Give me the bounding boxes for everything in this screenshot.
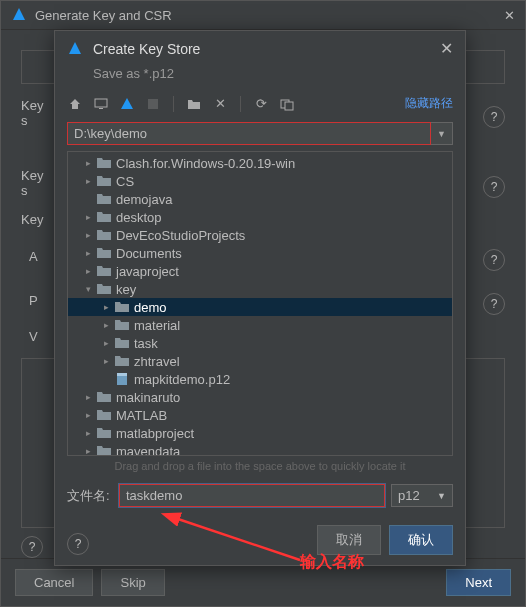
tree-file[interactable]: mapkitdemo.p12 — [68, 370, 452, 388]
tree-folder[interactable]: ▸DevEcoStudioProjects — [68, 226, 452, 244]
extension-dropdown[interactable]: p12 ▼ — [391, 484, 453, 507]
show-hidden-icon[interactable] — [279, 96, 295, 112]
help-icon[interactable]: ? — [483, 249, 505, 271]
tree-folder[interactable]: ▸CS — [68, 172, 452, 190]
tree-arrow-icon[interactable]: ▸ — [100, 302, 112, 312]
refresh-icon[interactable]: ⟳ — [253, 96, 269, 112]
tree-arrow-icon[interactable]: ▾ — [82, 284, 94, 294]
tree-label: material — [134, 318, 180, 333]
tree-arrow-icon[interactable]: ▸ — [82, 212, 94, 222]
folder-icon — [96, 444, 112, 456]
outer-close-icon[interactable]: ✕ — [504, 8, 515, 23]
help-icon[interactable]: ? — [483, 293, 505, 315]
tree-folder[interactable]: ▸matlabproject — [68, 424, 452, 442]
tree-label: Documents — [116, 246, 182, 261]
tree-label: desktop — [116, 210, 162, 225]
tree-arrow-icon[interactable]: ▸ — [82, 410, 94, 420]
new-folder-icon[interactable] — [186, 96, 202, 112]
hide-path-link[interactable]: 隐藏路径 — [405, 95, 453, 112]
tree-arrow-icon[interactable]: ▸ — [82, 428, 94, 438]
tree-folder[interactable]: ▸material — [68, 316, 452, 334]
file-toolbar: ✕ ⟳ 隐藏路径 — [55, 91, 465, 116]
tree-label: CS — [116, 174, 134, 189]
modal-titlebar: Create Key Store ✕ — [55, 31, 465, 62]
help-icon[interactable]: ? — [67, 533, 89, 555]
help-icon[interactable]: ? — [21, 536, 43, 558]
cancel-button[interactable]: Cancel — [15, 569, 93, 596]
tree-folder[interactable]: ▸Documents — [68, 244, 452, 262]
tree-folder[interactable]: ▸Clash.for.Windows-0.20.19-win — [68, 154, 452, 172]
tree-arrow-icon[interactable]: ▸ — [82, 446, 94, 456]
tree-label: matlabproject — [116, 426, 194, 441]
outer-title: Generate Key and CSR — [35, 8, 504, 23]
tree-arrow-icon[interactable]: ▸ — [82, 230, 94, 240]
tree-arrow-icon[interactable]: ▸ — [100, 320, 112, 330]
tree-folder[interactable]: ▸mavendata — [68, 442, 452, 456]
tree-folder[interactable]: ▸desktop — [68, 208, 452, 226]
filename-input[interactable] — [119, 484, 385, 507]
project-icon[interactable] — [119, 96, 135, 112]
tree-folder[interactable]: ▸MATLAB — [68, 406, 452, 424]
module-icon[interactable] — [145, 96, 161, 112]
outer-label: P — [21, 293, 49, 308]
folder-icon — [114, 318, 130, 332]
help-icon[interactable]: ? — [483, 106, 505, 128]
tree-folder[interactable]: ▸demo — [68, 298, 452, 316]
tree-label: demo — [134, 300, 167, 315]
modal-cancel-button[interactable]: 取消 — [317, 525, 381, 555]
tree-label: Clash.for.Windows-0.20.19-win — [116, 156, 295, 171]
folder-icon — [96, 390, 112, 404]
outer-titlebar: Generate Key and CSR ✕ — [1, 1, 525, 30]
folder-icon — [114, 336, 130, 350]
tree-arrow-icon[interactable]: ▸ — [82, 266, 94, 276]
skip-button[interactable]: Skip — [101, 569, 164, 596]
modal-footer: ? 取消 确认 — [55, 515, 465, 565]
next-button[interactable]: Next — [446, 569, 511, 596]
home-icon[interactable] — [67, 96, 83, 112]
svg-rect-1 — [99, 108, 103, 109]
folder-icon — [96, 228, 112, 242]
modal-confirm-button[interactable]: 确认 — [389, 525, 453, 555]
folder-icon — [96, 246, 112, 260]
tree-label: makinaruto — [116, 390, 180, 405]
tree-label: DevEcoStudioProjects — [116, 228, 245, 243]
path-row: ▼ — [55, 116, 465, 151]
tree-label: mavendata — [116, 444, 180, 457]
tree-arrow-icon[interactable]: ▸ — [82, 158, 94, 168]
help-icon[interactable]: ? — [483, 176, 505, 198]
tree-arrow-icon[interactable]: ▸ — [100, 338, 112, 348]
svg-rect-6 — [117, 373, 127, 376]
file-icon — [114, 372, 130, 386]
folder-icon — [96, 156, 112, 170]
tree-folder[interactable]: ▸zhtravel — [68, 352, 452, 370]
folder-icon — [96, 210, 112, 224]
svg-rect-2 — [148, 99, 158, 109]
chevron-down-icon: ▼ — [437, 129, 446, 139]
file-tree[interactable]: ▸Clash.for.Windows-0.20.19-win▸CSdemojav… — [67, 151, 453, 456]
drag-hint: Drag and drop a file into the space abov… — [55, 456, 465, 476]
folder-icon — [96, 408, 112, 422]
tree-folder[interactable]: ▸task — [68, 334, 452, 352]
delete-icon[interactable]: ✕ — [212, 96, 228, 112]
folder-icon — [96, 174, 112, 188]
tree-folder[interactable]: demojava — [68, 190, 452, 208]
tree-arrow-icon[interactable]: ▸ — [82, 248, 94, 258]
tree-folder[interactable]: ▾key — [68, 280, 452, 298]
tree-arrow-icon[interactable]: ▸ — [82, 392, 94, 402]
app-logo-icon — [67, 41, 83, 57]
folder-icon — [114, 354, 130, 368]
outer-label: A — [21, 249, 49, 264]
path-input[interactable] — [67, 122, 431, 145]
tree-arrow-icon[interactable]: ▸ — [82, 176, 94, 186]
tree-folder[interactable]: ▸makinaruto — [68, 388, 452, 406]
tree-arrow-icon[interactable]: ▸ — [100, 356, 112, 366]
filename-label: 文件名: — [67, 487, 113, 505]
tree-label: demojava — [116, 192, 172, 207]
close-icon[interactable]: ✕ — [440, 39, 453, 58]
tree-folder[interactable]: ▸javaproject — [68, 262, 452, 280]
tree-label: mapkitdemo.p12 — [134, 372, 230, 387]
path-dropdown-button[interactable]: ▼ — [431, 122, 453, 145]
desktop-icon[interactable] — [93, 96, 109, 112]
tree-label: javaproject — [116, 264, 179, 279]
outer-label: V — [21, 329, 49, 344]
